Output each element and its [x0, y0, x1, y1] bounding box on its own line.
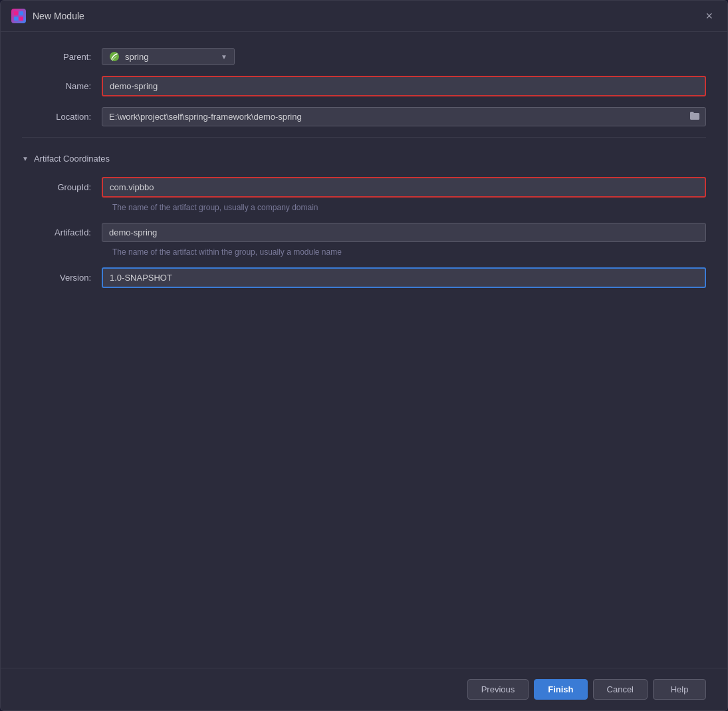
browse-folder-button[interactable] [684, 108, 705, 125]
parent-value: spring [125, 52, 215, 62]
collapse-icon: ▼ [22, 155, 29, 162]
name-row: Name: [22, 76, 706, 96]
dialog-footer: Previous Finish Cancel Help [1, 668, 727, 710]
svg-rect-1 [19, 11, 23, 15]
dialog-title: New Module [33, 11, 701, 21]
svg-rect-2 [14, 17, 18, 21]
version-row: Version: [22, 267, 706, 288]
version-label: Version: [22, 273, 102, 283]
svg-point-4 [110, 52, 119, 61]
parent-select[interactable]: spring ▼ [102, 48, 235, 65]
parent-row: Parent: spring ▼ [22, 48, 706, 65]
artifact-section: ▼ Artifact Coordinates GroupId: The name… [22, 137, 706, 299]
name-input[interactable] [102, 76, 706, 96]
artifactid-label: ArtifactId: [22, 227, 102, 237]
groupid-input[interactable] [102, 177, 706, 198]
chevron-down-icon: ▼ [221, 53, 227, 61]
location-row: Location: [22, 107, 706, 126]
groupid-label: GroupId: [22, 182, 102, 192]
artifactid-row: ArtifactId: [22, 223, 706, 242]
svg-rect-3 [19, 17, 23, 21]
location-field [102, 107, 706, 126]
help-button[interactable]: Help [653, 679, 706, 700]
artifact-section-header: ▼ Artifact Coordinates [22, 154, 706, 164]
artifact-section-title: Artifact Coordinates [34, 154, 110, 164]
location-label: Location: [22, 112, 102, 122]
artifactid-input[interactable] [102, 223, 706, 242]
dialog-content: Parent: spring ▼ Name: Location: [1, 32, 727, 668]
svg-rect-0 [14, 11, 18, 15]
version-input[interactable] [102, 267, 706, 288]
title-bar: New Module × [1, 1, 727, 32]
artifactid-hint: The name of the artifact within the grou… [112, 247, 706, 257]
spring-icon [109, 51, 120, 62]
previous-button[interactable]: Previous [467, 679, 529, 700]
close-button[interactable]: × [701, 9, 717, 23]
app-icon [11, 9, 26, 23]
name-label: Name: [22, 81, 102, 91]
cancel-button[interactable]: Cancel [593, 679, 648, 700]
new-module-dialog: New Module × Parent: spring ▼ Name: [0, 0, 728, 711]
parent-label: Parent: [22, 52, 102, 62]
finish-button[interactable]: Finish [534, 679, 587, 700]
groupid-row: GroupId: [22, 177, 706, 198]
groupid-hint: The name of the artifact group, usually … [112, 203, 706, 212]
location-input[interactable] [102, 108, 684, 126]
